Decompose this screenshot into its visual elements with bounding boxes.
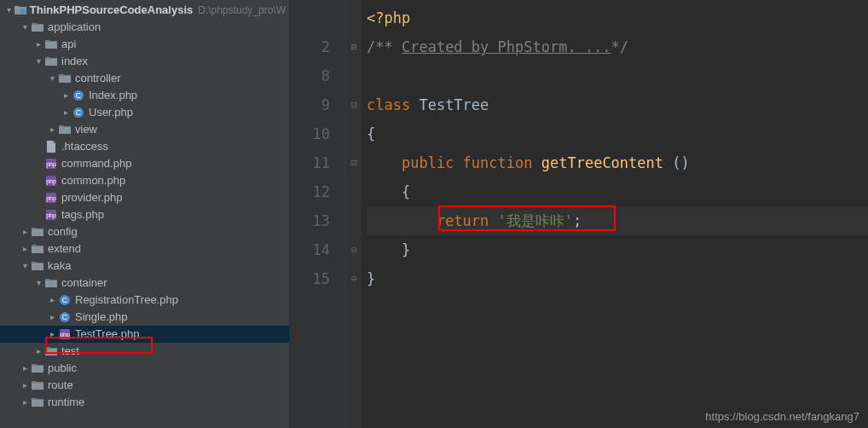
- code-token: */: [611, 38, 628, 55]
- tree-item[interactable]: phpcommand.php: [0, 155, 289, 172]
- fold-marker-icon[interactable]: ⊟: [346, 90, 362, 119]
- folder-icon: [44, 344, 58, 358]
- fold-marker-icon[interactable]: ⊖: [346, 235, 362, 264]
- tree-item-label: view: [75, 121, 97, 138]
- line-number: 12: [290, 177, 330, 206]
- expand-arrow-icon[interactable]: ▾: [19, 257, 31, 275]
- code-token: {: [402, 183, 410, 200]
- tree-item-label: RegistrationTree.php: [75, 292, 178, 309]
- tree-item[interactable]: ▸runtime: [0, 394, 289, 411]
- tree-item[interactable]: ▸CRegistrationTree.php: [0, 292, 289, 309]
- expand-arrow-icon[interactable]: ▸: [19, 377, 31, 394]
- code-token: function: [463, 154, 541, 171]
- expand-arrow-icon[interactable]: ▾: [32, 53, 44, 70]
- expand-arrow-icon[interactable]: ▸: [46, 292, 58, 309]
- line-number-gutter: 289101112131415: [290, 0, 346, 428]
- expand-arrow-icon[interactable]: ▾: [4, 2, 14, 19]
- expand-arrow-icon[interactable]: ▸: [46, 309, 58, 326]
- tree-item[interactable]: ▸test: [0, 343, 289, 360]
- phpfile-icon: php: [44, 157, 58, 171]
- tree-item-label: tags.php: [61, 206, 104, 223]
- tree-item[interactable]: ▾application: [0, 19, 289, 36]
- expand-arrow-icon[interactable]: ▸: [46, 326, 58, 343]
- folder-icon: [31, 259, 44, 273]
- tree-item[interactable]: ▸route: [0, 377, 289, 394]
- code-token: TestTree: [419, 96, 489, 113]
- tree-item[interactable]: phpcommon.php: [0, 172, 289, 189]
- code-token: public: [402, 154, 463, 171]
- code-area[interactable]: <?php /** Created by PhpStorm. ...*/ cla…: [362, 0, 868, 428]
- tree-item[interactable]: ▸public: [0, 360, 289, 377]
- tree-item[interactable]: ▸view: [0, 121, 289, 138]
- svg-text:php: php: [46, 161, 56, 168]
- tree-item[interactable]: ▾controller: [0, 70, 289, 87]
- phpfile-icon: php: [44, 174, 58, 188]
- tree-item[interactable]: ▸config: [0, 223, 289, 240]
- code-token: class: [367, 96, 419, 113]
- folder-icon: [31, 20, 44, 34]
- tree-item[interactable]: ▸CSingle.php: [0, 309, 289, 326]
- line-number: 10: [290, 119, 330, 148]
- code-token: Created by PhpStorm. ...: [402, 38, 611, 55]
- tree-item[interactable]: phpprovider.php: [0, 189, 289, 206]
- code-token: ;: [573, 212, 582, 229]
- folder-icon: [44, 276, 58, 290]
- tree-item-label: route: [48, 377, 73, 394]
- svg-text:C: C: [62, 296, 68, 304]
- tree-item[interactable]: ▸api: [0, 36, 289, 53]
- tree-item-label: index: [61, 53, 88, 70]
- line-number: [290, 3, 330, 32]
- tree-item[interactable]: .htaccess: [0, 138, 289, 155]
- tree-item[interactable]: ▾ThinkPHPSourceCodeAnalysisD:\phpstudy_p…: [0, 2, 289, 19]
- code-token: }: [367, 270, 375, 287]
- tree-item-label: public: [48, 360, 77, 377]
- file-icon: [44, 140, 58, 153]
- code-token: /**: [367, 38, 402, 55]
- tree-item-label: container: [61, 275, 107, 292]
- fold-marker-icon[interactable]: ⊞: [346, 32, 362, 61]
- fold-marker-icon[interactable]: ⊖: [346, 264, 362, 293]
- expand-arrow-icon[interactable]: ▸: [19, 394, 31, 411]
- expand-arrow-icon[interactable]: ▸: [60, 104, 72, 121]
- tree-item[interactable]: ▸CUser.php: [0, 104, 289, 121]
- folder-icon: [44, 55, 58, 68]
- tree-item-label: .htaccess: [61, 138, 108, 155]
- tree-item-label: runtime: [48, 394, 84, 411]
- code-token: '我是咔咔': [498, 212, 573, 229]
- expand-arrow-icon[interactable]: ▾: [32, 275, 44, 292]
- svg-text:php: php: [46, 178, 56, 185]
- expand-arrow-icon[interactable]: ▸: [19, 360, 31, 377]
- tree-item[interactable]: ▸CIndex.php: [0, 87, 289, 104]
- expand-arrow-icon[interactable]: ▸: [19, 223, 31, 240]
- tree-item-label: Index.php: [89, 87, 137, 104]
- tree-item[interactable]: ▾index: [0, 53, 289, 70]
- expand-arrow-icon[interactable]: ▸: [46, 121, 58, 138]
- expand-arrow-icon[interactable]: ▾: [19, 19, 31, 36]
- line-number: 14: [290, 235, 330, 264]
- code-editor[interactable]: 289101112131415 ⊞⊟⊟⊖⊖ <?php /** Created …: [290, 0, 868, 428]
- project-path: D:\phpstudy_pro\W: [198, 2, 286, 19]
- fold-column[interactable]: ⊞⊟⊟⊖⊖: [346, 0, 362, 428]
- fold-marker-icon[interactable]: ⊟: [346, 148, 362, 177]
- code-token: return: [437, 212, 498, 229]
- tree-item[interactable]: ▾container: [0, 275, 289, 292]
- project-tree[interactable]: ▾ThinkPHPSourceCodeAnalysisD:\phpstudy_p…: [0, 0, 290, 428]
- folder-icon: [58, 72, 72, 85]
- tree-item[interactable]: phptags.php: [0, 206, 289, 223]
- tree-item[interactable]: ▸phpTestTree.php: [0, 326, 289, 343]
- expand-arrow-icon[interactable]: ▸: [32, 36, 44, 53]
- svg-text:C: C: [76, 91, 82, 100]
- tree-item[interactable]: ▸extend: [0, 240, 289, 257]
- svg-text:php: php: [60, 332, 70, 338]
- expand-arrow-icon[interactable]: ▸: [32, 343, 44, 360]
- tree-item-label: config: [48, 223, 78, 240]
- watermark: https://blog.csdn.net/fangkang7: [705, 410, 859, 423]
- tree-item[interactable]: ▾kaka: [0, 257, 289, 275]
- expand-arrow-icon[interactable]: ▸: [19, 240, 31, 257]
- code-token: (): [672, 154, 689, 171]
- current-line: return '我是咔咔';: [367, 206, 868, 235]
- expand-arrow-icon[interactable]: ▸: [60, 87, 72, 104]
- expand-arrow-icon[interactable]: ▾: [46, 70, 58, 87]
- svg-text:php: php: [46, 212, 56, 219]
- phpclass-icon: C: [58, 310, 72, 324]
